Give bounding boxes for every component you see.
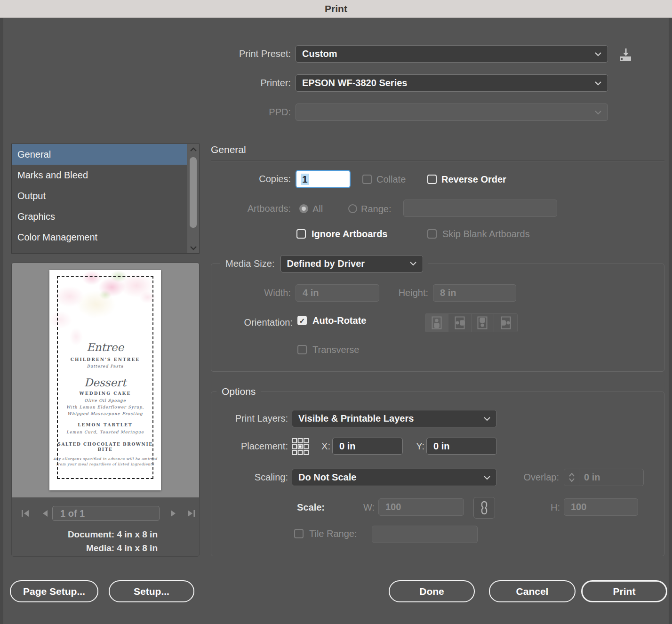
print-layers-label: Print Layers:: [202, 410, 288, 427]
window-edge-right: [669, 18, 672, 624]
sidebar-item-marks-and-bleed[interactable]: Marks and Bleed: [12, 165, 187, 185]
orientation-label: Orientation:: [202, 314, 293, 331]
sidebar-item-output[interactable]: Output: [12, 185, 187, 206]
document-size-line: Document: 4 in x 8 in: [12, 528, 158, 541]
window-edge-left: [0, 18, 3, 624]
sidebar-item-color-management[interactable]: Color Management: [12, 227, 187, 248]
preview-page: Entree CHILDREN'S ENTREE Buttered Pasta …: [49, 270, 161, 490]
orientation-button-group: [425, 313, 518, 332]
collate-checkbox: [362, 175, 372, 184]
placement-x-input[interactable]: 0 in: [332, 438, 403, 455]
ppd-dropdown: [296, 104, 608, 121]
ignore-artboards-label: Ignore Artboards: [312, 228, 388, 240]
constrain-proportions-button: [473, 497, 495, 519]
next-page-button[interactable]: [167, 507, 179, 520]
orientation-right-icon: [501, 316, 511, 329]
orientation-down-icon: [477, 316, 488, 329]
chevron-down-icon: [484, 475, 490, 480]
scale-h-input: 100: [564, 498, 638, 516]
sidebar-item-advanced[interactable]: Advanced: [12, 248, 187, 254]
scaling-label: Scaling:: [202, 469, 288, 486]
artboards-range-input: [403, 200, 557, 217]
reverse-order-checkbox[interactable]: [427, 175, 437, 184]
tile-range-label: Tile Range:: [309, 528, 357, 539]
sidebar-item-general[interactable]: General: [12, 144, 187, 165]
menu-dessert-heading: Dessert: [84, 376, 127, 389]
sidebar-item-graphics[interactable]: Graphics: [12, 206, 187, 227]
done-button[interactable]: Done: [389, 580, 475, 602]
last-page-button[interactable]: [185, 507, 197, 520]
scale-h-label: H:: [535, 499, 560, 516]
media-size-legend: Media Size: Defined by Driver: [220, 255, 428, 272]
document-media-info: Document: 4 in x 8 in Media: 4 in x 8 in: [12, 528, 158, 555]
media-size-label: Media Size:: [225, 258, 275, 269]
scroll-up-icon[interactable]: [187, 144, 200, 154]
ignore-artboards-checkbox[interactable]: [296, 229, 306, 239]
chevron-down-icon: [410, 261, 416, 266]
placement-proxy-icon: [291, 437, 310, 456]
media-size-dropdown[interactable]: Defined by Driver: [280, 255, 423, 272]
chain-link-icon: [480, 501, 488, 515]
print-preset-label: Print Preset:: [202, 45, 291, 63]
print-layers-dropdown[interactable]: Visible & Printable Layers: [292, 410, 497, 427]
tile-range-checkbox: [294, 529, 304, 538]
ppd-label: PPD:: [202, 104, 291, 121]
list-scrollbar[interactable]: [187, 144, 199, 253]
setup-button[interactable]: Setup...: [109, 580, 194, 602]
placement-proxy-grid[interactable]: [291, 437, 310, 456]
save-preset-icon: [618, 47, 633, 62]
preview-canvas[interactable]: Entree CHILDREN'S ENTREE Buttered Pasta …: [12, 263, 199, 497]
scaling-dropdown[interactable]: Do Not Scale: [292, 469, 497, 486]
orientation-rotate-left-button: [448, 314, 472, 332]
dialog-title: Print: [325, 3, 347, 15]
section-divider: [211, 160, 664, 161]
collate-label: Collate: [376, 174, 406, 185]
print-button[interactable]: Print: [581, 580, 667, 602]
skip-blank-artboards-label: Skip Blank Artboards: [442, 228, 530, 240]
checkmark-icon: ✓: [299, 317, 305, 324]
previous-page-button[interactable]: [39, 507, 51, 520]
orientation-rotate-right-button: [494, 314, 517, 332]
save-preset-button[interactable]: [616, 46, 634, 63]
placement-label: Placement:: [202, 438, 288, 455]
scale-w-input: 100: [378, 498, 464, 516]
dialog-titlebar: Print: [0, 0, 672, 18]
height-label: Height:: [346, 284, 428, 302]
menu-card-text: Entree CHILDREN'S ENTREE Buttered Pasta …: [49, 341, 161, 466]
cancel-button[interactable]: Cancel: [489, 580, 576, 602]
orientation-up-icon: [432, 316, 442, 329]
printer-label: Printer:: [202, 74, 291, 92]
chevron-down-icon: [595, 52, 601, 56]
placement-y-label: Y:: [406, 438, 424, 455]
overlap-label: Overlap:: [503, 469, 559, 486]
artboards-label: Artboards:: [211, 200, 291, 217]
media-size-line: Media: 4 in x 8 in: [12, 541, 158, 555]
scrollbar-thumb[interactable]: [190, 157, 197, 228]
placement-y-input[interactable]: 0 in: [426, 438, 497, 455]
page-setup-button[interactable]: Page Setup...: [10, 580, 98, 602]
auto-rotate-checkbox[interactable]: ✓: [297, 316, 307, 325]
artboards-range-label: Range:: [361, 203, 392, 215]
print-preset-dropdown[interactable]: Custom: [296, 45, 608, 63]
transverse-checkbox: [297, 345, 307, 354]
artboards-range-radio: [348, 204, 357, 213]
overlap-value: 0 in: [579, 472, 600, 483]
overlap-control: 0 in: [564, 469, 644, 486]
options-legend: Options: [216, 385, 261, 398]
width-label: Width:: [211, 284, 291, 302]
auto-rotate-label: Auto-Rotate: [312, 315, 366, 326]
scale-w-label: W:: [348, 499, 375, 516]
orientation-upside-down-button: [472, 314, 495, 332]
printer-dropdown[interactable]: EPSON WF-3820 Series: [296, 74, 608, 92]
options-heading: Options: [222, 386, 256, 397]
stepper-up-icon: [569, 473, 575, 477]
print-sections-list: General Marks and Bleed Output Graphics …: [11, 144, 200, 254]
reverse-order-label: Reverse Order: [441, 174, 506, 185]
copies-input[interactable]: 1: [296, 170, 351, 188]
orientation-portrait-up-button: [425, 314, 448, 332]
print-preview-panel: Entree CHILDREN'S ENTREE Buttered Pasta …: [11, 263, 200, 557]
first-page-button[interactable]: [19, 507, 32, 520]
artboards-all-label: All: [312, 203, 323, 215]
page-indicator-field[interactable]: 1 of 1: [52, 506, 160, 521]
scroll-down-icon[interactable]: [187, 243, 200, 253]
